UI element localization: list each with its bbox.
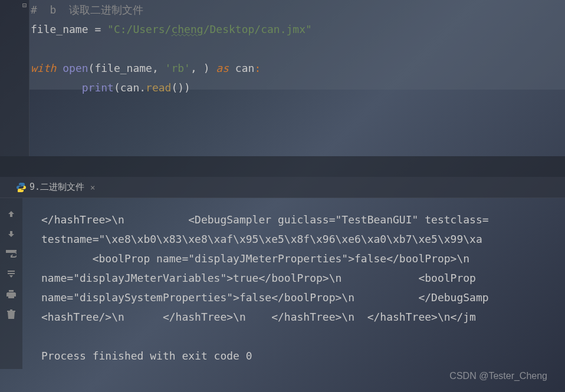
soft-wrap-icon[interactable] [6,249,17,259]
pane-splitter[interactable] [0,156,565,177]
console-line: name="displaySystemProperties">false</bo… [41,288,565,307]
as-keyword: as [216,62,229,74]
editor-pane: ⊟ # b 读取二进制文件 file_name = "C:/Users/chen… [0,0,565,156]
console-line: testname="\xe8\xb0\x83\xe8\xaf\x95\xe5\x… [41,229,565,249]
console-line: </hashTree>\n <DebugSampler guiclass="Te… [41,210,565,229]
arrow-up-icon[interactable] [6,209,17,219]
console-line: <boolProp name="displayJMeterProperties"… [41,249,565,268]
with-keyword: with [31,62,56,74]
console-line: name="displayJMeterVariables">true</bool… [41,268,565,288]
open-args-pre: (file_name, [88,62,165,74]
scroll-to-end-icon[interactable] [6,269,17,279]
tab-label: 9.二进制文件 [29,182,84,193]
assign-op: = [88,23,108,35]
string-literal: "C:/Users/cheng/Desktop/can.jmx" [107,23,312,35]
open-func: open [63,62,88,74]
editor-gutter: ⊟ [0,0,29,156]
colon: : [254,62,261,74]
arrow-down-icon[interactable] [6,229,17,239]
fold-marker-icon[interactable]: ⊟ [22,1,27,9]
console-line [41,327,565,346]
comment-text: # b 读取二进制文件 [31,4,143,16]
print-func: print [82,81,114,94]
print-arg-pre: (can. [114,81,146,94]
print-icon[interactable] [6,289,17,299]
watermark-text: CSDN @Tester_Cheng [449,371,547,381]
print-arg-post: ()) [171,81,190,94]
console-tab-bar: 9.二进制文件 × [0,177,565,198]
can-var: can [229,62,254,74]
console-line: Process finished with exit code 0 [41,346,565,365]
rb-string: 'rb' [165,62,190,74]
code-editor[interactable]: # b 读取二进制文件 file_name = "C:/Users/cheng/… [29,0,565,156]
console-line: <hashTree/>\n </hashTree>\n </hashTree>\… [41,307,565,327]
read-method: read [146,81,171,94]
close-icon[interactable]: × [90,183,95,192]
variable-name: file_name [31,23,88,35]
indent [31,81,82,94]
python-icon [17,183,26,192]
console-tab[interactable]: 9.二进制文件 × [12,182,100,193]
trash-icon[interactable] [6,309,17,319]
open-args-post: , ) [190,62,216,74]
console-output[interactable]: </hashTree>\n <DebugSampler guiclass="Te… [22,198,565,369]
console-pane: </hashTree>\n <DebugSampler guiclass="Te… [0,198,565,369]
console-gutter [0,198,22,369]
